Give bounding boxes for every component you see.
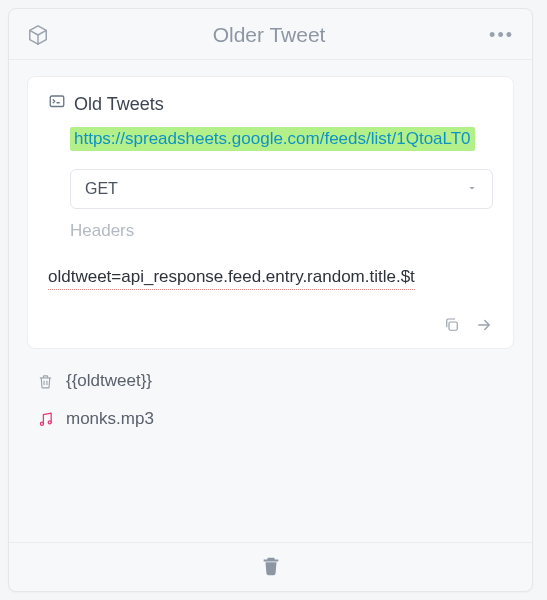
audio-step[interactable]: monks.mp3 [27,403,514,435]
expression-input[interactable]: oldtweet=api_response.feed.entry.random.… [48,267,415,290]
panel-footer [9,542,532,591]
http-request-card: Old Tweets https://spreadsheets.google.c… [27,76,514,349]
delete-button[interactable] [260,555,282,581]
trash-icon [37,373,54,390]
http-method-value: GET [85,180,118,198]
duplicate-button[interactable] [443,316,461,338]
card-title: Old Tweets [74,94,164,115]
variable-text: {{oldtweet}} [66,371,152,391]
chevron-down-icon [466,180,478,198]
workflow-panel: Older Tweet ••• Old Tweets https://sprea… [8,8,533,592]
card-actions [48,316,493,338]
audio-filename: monks.mp3 [66,409,154,429]
svg-point-3 [48,420,51,423]
panel-header: Older Tweet ••• [9,9,532,60]
panel-title: Older Tweet [49,23,489,47]
svg-point-2 [40,422,43,425]
run-button[interactable] [475,316,493,338]
headers-input[interactable]: Headers [70,221,493,241]
variable-step[interactable]: {{oldtweet}} [27,365,514,397]
panel-body: Old Tweets https://spreadsheets.google.c… [9,60,532,542]
http-method-select[interactable]: GET [70,169,493,209]
svg-rect-1 [449,322,457,330]
svg-rect-0 [50,96,64,107]
music-icon [37,411,54,428]
code-icon [48,93,66,115]
card-title-row: Old Tweets [48,93,493,115]
module-icon [27,24,49,46]
request-url-input[interactable]: https://spreadsheets.google.com/feeds/li… [70,127,475,151]
more-menu-button[interactable]: ••• [489,25,514,46]
